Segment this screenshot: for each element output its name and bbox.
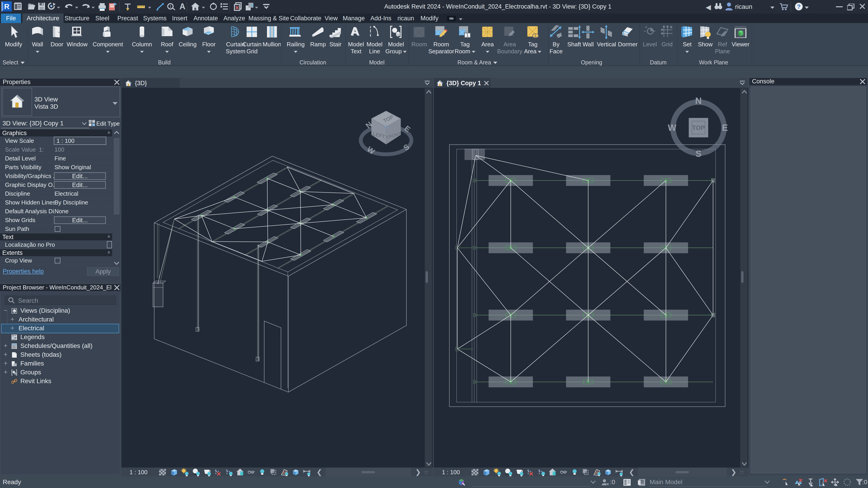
svg-text:1: 1 [466,33,469,37]
svg-text:1: 1 [169,4,172,8]
svg-text:S: S [695,149,702,158]
svg-text:R: R [4,2,9,11]
svg-text:A: A [180,2,185,11]
svg-text:N: N [695,97,702,106]
svg-text:W: W [668,123,676,133]
svg-text:TOP: TOP [692,124,705,131]
svg-text:A: A [350,25,359,38]
svg-text:E: E [722,123,728,133]
svg-text:1: 1 [535,34,537,38]
svg-text:?: ? [797,3,801,10]
